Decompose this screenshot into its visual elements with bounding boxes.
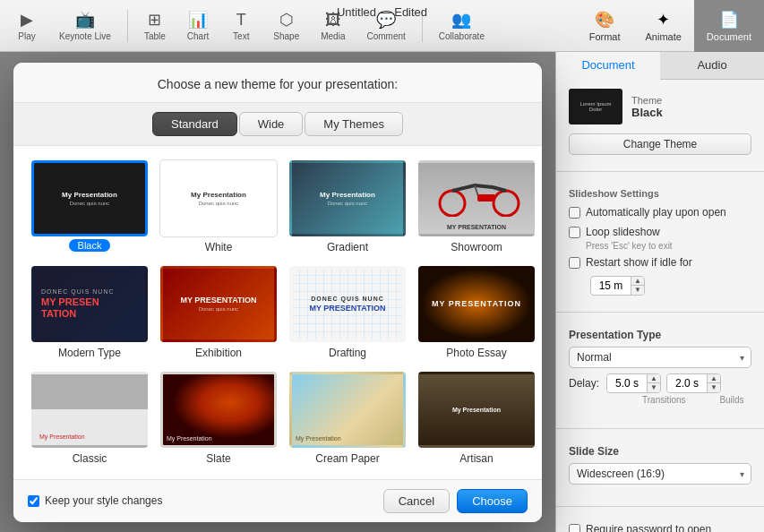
theme-name-exhibition: Exhibition [195, 347, 242, 359]
theme-item-exhibition[interactable]: MY PRESENTATION Donec quis nunc Exhibiti… [160, 266, 277, 359]
builds-increment[interactable]: ▲ [708, 374, 720, 383]
password-section: Require password to open Change Password… [556, 514, 764, 532]
divider-3 [556, 428, 764, 429]
slide-size-section: Slide Size Widescreen (16:9) Standard (4… [556, 436, 764, 499]
modal-tab-standard[interactable]: Standard [152, 112, 237, 136]
format-icon: 🎨 [595, 10, 614, 30]
theme-item-modern[interactable]: DONEC QUIS NUNC MY PRESENTATION Modern T… [31, 266, 148, 359]
window-title: Untitled — Edited [337, 5, 427, 19]
collaborate-button[interactable]: 👥 Collaborate [430, 6, 494, 45]
loop-label: Loop slideshow [586, 226, 660, 240]
keep-style-checkbox[interactable] [28, 495, 39, 507]
slide-size-title: Slide Size [569, 445, 751, 458]
idle-stepper[interactable]: ▲ ▼ [590, 276, 645, 296]
theme-name-classic: Classic [73, 452, 107, 465]
transitions-arrows: ▲ ▼ [647, 374, 660, 392]
password-checkbox[interactable] [569, 524, 580, 532]
loop-checkbox[interactable] [569, 227, 580, 238]
modal-tab-wide[interactable]: Wide [239, 112, 304, 136]
slide-size-select-wrapper: Widescreen (16:9) Standard (4:3) Custom … [569, 463, 751, 485]
toolbar-divider-1 [127, 10, 128, 42]
slide-size-select[interactable]: Widescreen (16:9) Standard (4:3) Custom … [569, 463, 751, 485]
svg-rect-2 [477, 194, 495, 202]
loop-row: Loop slideshow [569, 226, 751, 240]
theme-card-black[interactable]: My Presentation Donec quis nunc [31, 160, 148, 236]
idle-stepper-arrows: ▲ ▼ [631, 277, 644, 295]
theme-name-showroom: Showroom [451, 241, 502, 253]
theme-name-artisan: Artisan [459, 452, 493, 465]
theme-card-classic[interactable]: My Presentation [31, 372, 148, 448]
modal-tab-mythemes[interactable]: My Themes [305, 112, 403, 136]
theme-card-showroom[interactable]: MY PRESENTATION [418, 160, 535, 236]
svg-point-0 [440, 191, 465, 216]
tab-audio[interactable]: Audio [660, 52, 764, 79]
theme-item-classic[interactable]: My Presentation Classic [31, 372, 148, 465]
shape-button[interactable]: ⬡ Shape [264, 6, 308, 45]
theme-card-artisan[interactable]: My Presentation [418, 372, 535, 448]
transitions-decrement[interactable]: ▼ [648, 383, 660, 392]
transitions-increment[interactable]: ▲ [648, 374, 660, 383]
cancel-button[interactable]: Cancel [383, 489, 450, 513]
modal-box: Choose a new theme for your presentation… [13, 63, 542, 522]
builds-decrement[interactable]: ▼ [708, 383, 720, 392]
builds-input[interactable] [667, 375, 707, 391]
play-button[interactable]: ▶ Play [7, 6, 47, 45]
theme-item-drafting[interactable]: DONEC QUIS NUNC MY PRESENTATION Drafting [289, 266, 406, 359]
theme-card-photo[interactable]: MY PRESENTATION [418, 266, 535, 342]
auto-play-checkbox[interactable] [569, 207, 580, 219]
table-button[interactable]: ⊞ Table [135, 6, 175, 45]
theme-name-white: White [205, 241, 233, 253]
builds-stepper[interactable]: ▲ ▼ [666, 373, 721, 393]
auto-play-row: Automatically play upon open [569, 206, 751, 220]
theme-item-photo[interactable]: MY PRESENTATION Photo Essay [418, 266, 535, 359]
chart-button[interactable]: 📊 Chart [178, 6, 218, 45]
theme-item-white[interactable]: My Presentation Donec quis nunc White [160, 160, 277, 253]
divider-1 [556, 171, 764, 172]
slideshow-settings-title: Slideshow Settings [569, 188, 751, 199]
theme-item-slate[interactable]: My Presentation Slate [160, 372, 277, 465]
theme-thumbnail: Lorem IpsumDolor [569, 89, 622, 124]
presentation-type-select[interactable]: Normal Self-Playing Hyperlinks Only [569, 347, 751, 368]
theme-card-gradient[interactable]: My Presentation Donec quis nunc [289, 160, 406, 236]
theme-card-drafting[interactable]: DONEC QUIS NUNC MY PRESENTATION [289, 266, 406, 342]
text-button[interactable]: T Text [221, 7, 261, 45]
delay-sub: Transitions Builds [569, 395, 751, 405]
transitions-stepper[interactable]: ▲ ▼ [606, 373, 661, 393]
theme-item-artisan[interactable]: My Presentation Artisan [418, 372, 535, 465]
restart-checkbox[interactable] [569, 257, 580, 269]
theme-name-drafting: Drafting [329, 347, 366, 359]
tab-document[interactable]: Document [556, 52, 660, 80]
theme-item-gradient[interactable]: My Presentation Donec quis nunc Gradient [289, 160, 406, 253]
theme-card-modern[interactable]: DONEC QUIS NUNC MY PRESENTATION [31, 266, 148, 342]
play-icon: ▶ [21, 10, 33, 30]
document-button[interactable]: 📄 Document [694, 0, 764, 52]
keynote-live-icon: 📺 [75, 10, 95, 30]
format-button[interactable]: 🎨 Format [577, 0, 633, 52]
footer-left: Keep your style changes [28, 494, 162, 507]
theme-item-showroom[interactable]: MY PRESENTATION Showroom [418, 160, 535, 253]
theme-item-black[interactable]: My Presentation Donec quis nunc Black [31, 160, 148, 253]
change-theme-button[interactable]: Change Theme [569, 133, 751, 155]
theme-card-exhibition[interactable]: MY PRESENTATION Donec quis nunc [160, 266, 277, 342]
right-panel: Document Audio Lorem IpsumDolor Theme Bl… [555, 52, 764, 532]
theme-section: Lorem IpsumDolor Theme Black Change Them… [556, 80, 764, 164]
idle-input[interactable] [591, 278, 631, 294]
chart-icon: 📊 [188, 10, 208, 30]
theme-card-cream[interactable]: My Presentation [289, 372, 406, 448]
idle-row: ▲ ▼ [569, 276, 751, 296]
theme-card-slate[interactable]: My Presentation [160, 372, 277, 448]
theme-item-cream[interactable]: My Presentation Cream Paper [289, 372, 406, 465]
transitions-input[interactable] [607, 375, 647, 391]
animate-button[interactable]: ✦ Animate [633, 0, 694, 52]
keynote-live-button[interactable]: 📺 Keynote Live [50, 6, 120, 45]
keep-style-label: Keep your style changes [45, 494, 162, 507]
idle-decrement[interactable]: ▼ [631, 286, 644, 295]
theme-card-white[interactable]: My Presentation Donec quis nunc [160, 160, 277, 236]
idle-increment[interactable]: ▲ [631, 277, 644, 286]
toolbar-right: 🎨 Format ✦ Animate 📄 Document [577, 0, 764, 52]
theme-name-slate: Slate [206, 452, 230, 465]
choose-button[interactable]: Choose [457, 489, 528, 513]
theme-badge-black: Black [69, 239, 111, 252]
modal-header: Choose a new theme for your presentation… [13, 63, 542, 103]
modal-tabs: Standard Wide My Themes [13, 103, 542, 146]
